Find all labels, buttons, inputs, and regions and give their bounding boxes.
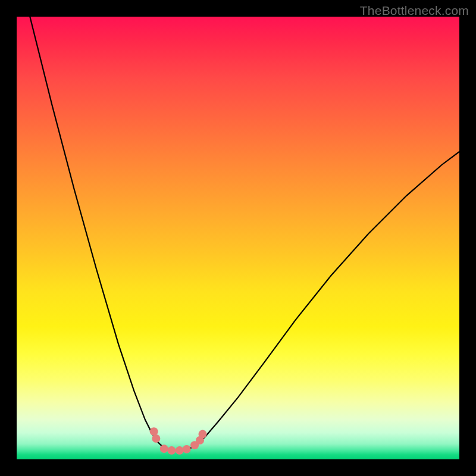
curve-marker	[167, 446, 176, 455]
curve-marker	[160, 444, 168, 453]
curve-marker	[150, 427, 158, 436]
marker-group	[150, 427, 207, 455]
chart-frame: TheBottleneck.com	[0, 0, 476, 476]
watermark-text: TheBottleneck.com	[360, 4, 469, 18]
curve-svg	[17, 17, 459, 459]
curve-marker	[152, 434, 160, 443]
plot-area	[17, 17, 459, 459]
curve-marker	[198, 430, 206, 439]
curve-marker	[183, 445, 191, 453]
curve-marker	[176, 446, 184, 455]
bottleneck-curve	[30, 17, 459, 450]
